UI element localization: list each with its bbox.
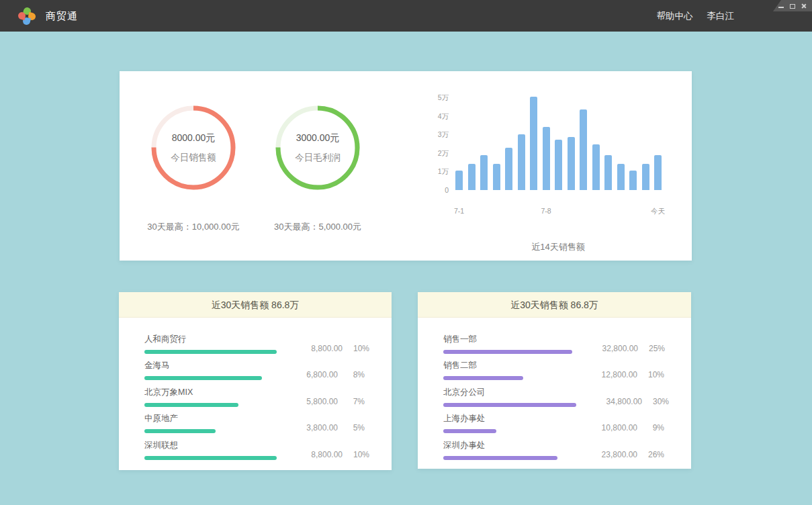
list-item-bar: [443, 376, 523, 380]
chart-bar: [543, 127, 550, 190]
app-title: 商贸通: [46, 0, 78, 32]
list-item-label: 上海办事处: [443, 413, 572, 424]
list-item-amount: 34,800.00: [606, 397, 642, 406]
list-item-main: 上海办事处: [443, 413, 578, 433]
list-item-value: 8,800.00 10%: [283, 344, 369, 354]
list-item: 深圳办事处 23,800.00 26%: [443, 433, 664, 460]
chart-bars: [455, 97, 662, 190]
list-item-main: 人和商贸行: [144, 334, 283, 354]
list-item-value: 3,800.00 5%: [279, 423, 365, 433]
list-item-percent: 25%: [646, 344, 665, 353]
titlebar: 商贸通 帮助中心 李白江: [0, 0, 812, 32]
department-panel-list: 销售一部 32,800.00 25% 销售二部 12,800.00 10% 北京…: [418, 318, 691, 460]
chart-bar: [617, 164, 625, 190]
list-item-value: 23,800.00 26%: [578, 450, 664, 460]
y-axis-label: 3万: [422, 130, 449, 140]
list-item-bar: [144, 429, 216, 433]
today-profit-label: 今日毛利润: [295, 152, 341, 164]
x-axis-label: 7-1: [454, 207, 464, 215]
list-item-percent: 9%: [645, 423, 664, 432]
list-item-main: 销售一部: [443, 334, 579, 354]
chart-bar: [580, 109, 587, 190]
list-item: 销售一部 32,800.00 25%: [443, 327, 664, 354]
minimize-button[interactable]: [778, 3, 784, 9]
list-item: 深圳联想 8,800.00 10%: [144, 433, 365, 460]
list-item-label: 中原地产: [144, 413, 272, 424]
list-item-main: 北京万象MIX: [144, 387, 279, 407]
help-center-link[interactable]: 帮助中心: [657, 10, 693, 22]
chart-bar: [455, 171, 463, 190]
list-item: 北京万象MIX 5,800.00 7%: [144, 380, 365, 407]
list-item: 上海办事处 10,800.00 9%: [443, 407, 664, 434]
y-axis-label: 5万: [422, 93, 449, 103]
sales-30day-max: 30天最高：10,000.00元: [130, 221, 257, 233]
list-item-amount: 32,800.00: [602, 344, 638, 353]
maximize-button[interactable]: [789, 3, 796, 9]
list-item-value: 32,800.00 25%: [579, 344, 665, 354]
today-sales-label: 今日销售额: [171, 152, 216, 164]
y-axis-label: 2万: [422, 149, 449, 158]
list-item-label: 金海马: [144, 360, 272, 371]
maximize-icon: [790, 4, 795, 9]
app-logo-icon: [18, 7, 36, 25]
today-profit-gauge: 3000.00元 今日毛利润 30天最高：5,000.00元: [254, 71, 381, 261]
chart-bar: [505, 148, 512, 190]
list-item-percent: 7%: [346, 397, 365, 406]
list-item-percent: 26%: [645, 450, 664, 459]
chart-bar: [604, 155, 612, 190]
list-item-main: 北京分公司: [443, 387, 583, 407]
list-item-label: 北京分公司: [443, 387, 576, 398]
list-item: 销售二部 12,800.00 10%: [443, 354, 664, 381]
chart-bar: [629, 171, 637, 190]
window-controls: [773, 0, 812, 11]
close-button[interactable]: [801, 3, 807, 9]
y-axis-label: 4万: [422, 112, 449, 122]
list-item-bar: [144, 376, 262, 380]
list-item-percent: 10%: [645, 370, 664, 379]
list-item-percent: 30%: [650, 397, 669, 406]
list-item-main: 深圳联想: [144, 440, 283, 460]
list-item-amount: 8,800.00: [311, 450, 343, 459]
list-item-value: 5,800.00 7%: [279, 397, 365, 407]
username-menu[interactable]: 李白江: [707, 10, 735, 22]
today-sales-value: 8000.00元: [172, 132, 216, 144]
list-item: 中原地产 3,800.00 5%: [144, 407, 365, 434]
list-item-label: 深圳办事处: [443, 440, 572, 451]
customer-sales-panel: 近30天销售额 86.8万 人和商贸行 8,800.00 10% 金海马 6,8…: [119, 292, 392, 470]
list-item-bar: [443, 350, 572, 354]
list-item-amount: 12,800.00: [602, 370, 637, 379]
list-item-value: 12,800.00 10%: [578, 370, 664, 380]
customer-panel-title: 近30天销售额 86.8万: [119, 292, 392, 318]
list-item: 北京分公司 34,800.00 30%: [443, 380, 664, 407]
profit-30day-max: 30天最高：5,000.00元: [254, 221, 381, 233]
list-item-amount: 3,800.00: [306, 423, 338, 432]
list-item-bar: [443, 456, 557, 460]
list-item-main: 销售二部: [443, 360, 578, 380]
list-item-label: 深圳联想: [144, 440, 277, 451]
chart-bar: [480, 155, 488, 190]
list-item-percent: 10%: [351, 450, 369, 459]
department-sales-panel: 近30天销售额 86.8万 销售一部 32,800.00 25% 销售二部 12…: [418, 292, 691, 469]
list-item-label: 销售二部: [443, 360, 572, 371]
list-item-bar: [443, 429, 496, 433]
x-axis-label: 7-8: [541, 207, 551, 215]
list-item-percent: 5%: [346, 423, 365, 432]
x-axis-label: 今天: [651, 207, 665, 216]
minimize-icon: [778, 7, 784, 8]
list-item-percent: 10%: [351, 344, 369, 353]
list-item: 人和商贸行 8,800.00 10%: [144, 327, 365, 354]
list-item-main: 金海马: [144, 360, 279, 380]
today-profit-value: 3000.00元: [296, 132, 340, 144]
summary-card: 8000.00元 今日销售额 30天最高：10,000.00元 3000.00元…: [120, 71, 692, 261]
chart-plot-area: 5万4万3万2万1万07-17-8今天: [455, 97, 662, 190]
today-sales-gauge: 8000.00元 今日销售额 30天最高：10,000.00元: [130, 71, 257, 261]
y-axis-label: 0: [422, 186, 449, 194]
list-item-label: 北京万象MIX: [144, 387, 272, 398]
list-item-amount: 23,800.00: [602, 450, 637, 459]
list-item-bar: [144, 403, 238, 407]
chart-bar: [468, 164, 476, 190]
chart-bar: [592, 144, 600, 190]
chart-bar: [654, 155, 662, 190]
list-item-value: 34,800.00 30%: [583, 397, 669, 407]
y-axis-label: 1万: [422, 167, 449, 177]
